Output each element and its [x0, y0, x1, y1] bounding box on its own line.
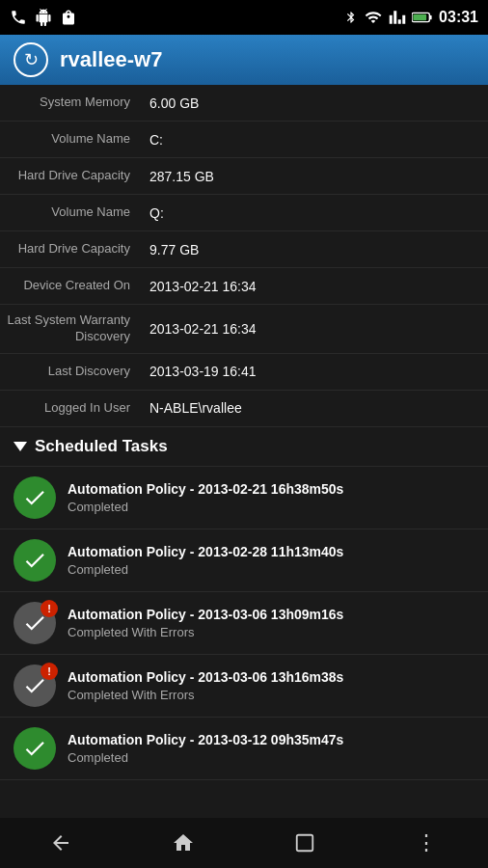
task-text: Automation Policy - 2013-03-06 13h09m16s… [68, 606, 474, 639]
svg-rect-1 [430, 15, 432, 20]
info-value: 2013-02-21 16:34 [140, 268, 488, 304]
info-value: 2013-02-21 16:34 [140, 305, 488, 353]
info-value: 9.77 GB [140, 231, 488, 267]
bag-icon [60, 9, 77, 26]
wifi-icon [364, 9, 383, 26]
app-header: ↻ rvallee-w7 [0, 35, 488, 85]
info-table: System Memory6.00 GBVolume NameC:Hard Dr… [0, 85, 488, 427]
task-item[interactable]: Automation Policy - 2013-03-12 09h35m47s… [0, 718, 488, 780]
info-label: Volume Name [0, 195, 140, 231]
bottom-nav: ⋮ [0, 818, 488, 868]
info-label: Volume Name [0, 122, 140, 157]
task-status-icon [14, 539, 56, 582]
collapse-icon [14, 442, 27, 451]
task-title: Automation Policy - 2013-02-21 16h38m50s [68, 480, 474, 500]
info-label: Hard Drive Capacity [0, 158, 140, 194]
info-value: 2013-03-19 16:41 [140, 354, 488, 390]
info-row: Hard Drive Capacity287.15 GB [0, 158, 488, 195]
header-title: rvallee-w7 [60, 47, 162, 72]
task-status-icon [14, 476, 56, 519]
bluetooth-icon [344, 9, 358, 26]
task-status-icon: ! [14, 602, 56, 644]
task-text: Automation Policy - 2013-03-06 13h16m38s… [68, 668, 474, 702]
info-value: N-ABLE\rvallee [140, 391, 488, 426]
home-icon [172, 831, 195, 854]
signal-icon [389, 9, 406, 26]
task-item[interactable]: Automation Policy - 2013-02-21 16h38m50s… [0, 467, 488, 529]
info-row: Logged In UserN-ABLE\rvallee [0, 391, 488, 427]
info-value: Q: [140, 195, 488, 231]
svg-rect-3 [297, 835, 313, 852]
info-label: Last Discovery [0, 354, 140, 390]
info-value: C: [140, 122, 488, 157]
task-item[interactable]: ! Automation Policy - 2013-03-06 13h09m1… [0, 592, 488, 655]
more-options-button[interactable]: ⋮ [398, 822, 456, 864]
status-icons-left [10, 9, 77, 26]
error-badge: ! [41, 600, 58, 617]
section-title: Scheduled Tasks [35, 437, 168, 456]
task-text: Automation Policy - 2013-02-21 16h38m50s… [68, 480, 474, 514]
task-text: Automation Policy - 2013-03-12 09h35m47s… [68, 731, 474, 765]
task-text: Automation Policy - 2013-02-28 11h13m40s… [68, 543, 474, 577]
status-time: 03:31 [439, 9, 478, 26]
info-label: System Memory [0, 85, 140, 121]
back-arrow-icon [49, 831, 72, 854]
task-title: Automation Policy - 2013-03-06 13h09m16s [68, 606, 474, 625]
battery-icon [412, 11, 433, 24]
task-status-icon [14, 727, 56, 770]
info-row: Volume NameQ: [0, 195, 488, 231]
task-title: Automation Policy - 2013-02-28 11h13m40s [68, 543, 474, 562]
task-status-text: Completed [68, 500, 474, 514]
info-row: System Memory6.00 GB [0, 85, 488, 122]
info-row: Volume NameC: [0, 122, 488, 158]
error-badge: ! [41, 663, 58, 680]
task-status-icon: ! [14, 665, 56, 707]
scheduled-tasks-header[interactable]: Scheduled Tasks [0, 427, 488, 467]
android-icon [35, 9, 52, 26]
phone-icon [10, 9, 27, 26]
task-list: Automation Policy - 2013-02-21 16h38m50s… [0, 467, 488, 780]
task-title: Automation Policy - 2013-03-06 13h16m38s [68, 668, 474, 688]
task-status-text: Completed With Errors [68, 688, 474, 702]
info-row: Hard Drive Capacity9.77 GB [0, 231, 488, 268]
task-item[interactable]: Automation Policy - 2013-02-28 11h13m40s… [0, 529, 488, 592]
info-label: Logged In User [0, 391, 140, 426]
info-value: 287.15 GB [140, 158, 488, 194]
task-status-text: Completed With Errors [68, 625, 474, 639]
status-icons-right: 03:31 [344, 9, 478, 26]
task-status-text: Completed [68, 562, 474, 577]
status-bar: 03:31 [0, 0, 488, 35]
task-item[interactable]: ! Automation Policy - 2013-03-06 13h16m3… [0, 655, 488, 718]
task-title: Automation Policy - 2013-03-12 09h35m47s [68, 731, 474, 750]
svg-rect-2 [413, 14, 426, 20]
info-label: Last System Warranty Discovery [0, 305, 140, 353]
more-dots-icon: ⋮ [416, 830, 438, 855]
task-status-text: Completed [68, 750, 474, 765]
recent-apps-button[interactable] [276, 822, 334, 864]
info-row: Device Created On2013-02-21 16:34 [0, 268, 488, 305]
info-row: Last Discovery2013-03-19 16:41 [0, 354, 488, 391]
refresh-icon[interactable]: ↻ [14, 42, 48, 77]
info-label: Device Created On [0, 268, 140, 304]
info-value: 6.00 GB [140, 85, 488, 121]
home-button[interactable] [154, 822, 212, 864]
back-button[interactable] [32, 822, 90, 864]
info-row: Last System Warranty Discovery2013-02-21… [0, 305, 488, 354]
info-label: Hard Drive Capacity [0, 231, 140, 267]
